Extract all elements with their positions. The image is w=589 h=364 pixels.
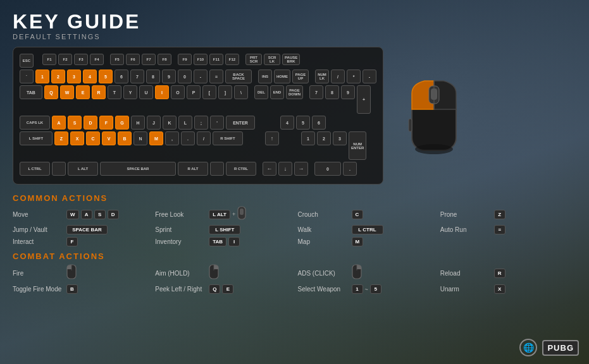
key-badge-s: S [94,210,106,219]
key-badge-1: 1 [352,284,363,294]
action-crouch-keys: C [352,210,363,219]
key-4: 4 [83,70,97,83]
action-toggle-fire-label: Toggle Fire Mode [13,286,63,293]
action-fire-label: Fire [13,270,63,277]
key-f8: F8 [158,54,171,65]
action-walk-keys: L CTRL [352,225,383,234]
action-map-keys: M [352,237,364,246]
key-badge-lalt: L ALT [209,210,230,219]
key-num4: 4 [280,116,294,130]
action-sprint-label: Sprint [155,226,206,233]
page-subtitle: DEFAULT SETTINGS [13,33,576,40]
key-u: U [139,85,153,99]
key-s: S [68,116,82,130]
action-select-weapon-keys: 1 ~ 5 [352,284,381,294]
key-w: W [60,85,74,99]
key-num6: 6 [312,116,326,130]
key-home: HOME [274,70,290,83]
key-f4: F4 [90,54,104,65]
key-equals: = [209,70,223,83]
combat-actions-grid: Fire Aim (HOLD) [13,264,576,294]
action-inventory: Inventory TAB I [155,237,291,246]
key-badge-space: SPACE BAR [66,225,108,234]
key-5: 5 [99,70,113,83]
action-fire: Fire [13,264,149,282]
key-k: K [163,116,177,130]
globe-icon[interactable]: 🌐 [519,339,537,356]
key-badge-x: X [494,284,505,294]
action-move-label: Move [13,211,63,218]
key-semicolon: ; [194,116,208,130]
key-b: B [118,131,132,145]
key-badge-a: A [81,210,92,219]
key-badge-equals: = [494,225,505,234]
key-z: Z [54,131,68,145]
key-numstar: * [347,70,361,83]
key-num5: 5 [296,116,310,130]
key-p: P [187,85,201,99]
action-interact-keys: F [66,237,78,246]
key-h: H [131,116,145,130]
action-ads-keys [352,264,362,282]
key-numminus: - [363,70,376,83]
action-inventory-label: Inventory [155,238,206,245]
key-badge-q: Q [209,284,220,294]
key-lalt: L ALT [68,162,98,176]
key-menu [210,162,224,176]
key-ins: INS [258,70,272,83]
key-f2: F2 [58,54,72,65]
key-rctrl: R CTRL [226,162,256,176]
key-f1: F1 [42,54,56,65]
key-badge-d: D [108,210,119,219]
key-num8: 8 [325,85,339,99]
key-backtick: ` [20,70,34,83]
key-2: 2 [51,70,65,83]
key-badge-m: M [352,237,364,246]
key-n: N [133,131,147,145]
action-jump-label: Jump / Vault [13,226,63,233]
key-l: L [178,116,192,130]
action-peek: Peek Left / Right Q E [155,284,291,294]
key-left: ← [263,162,276,176]
key-f: F [99,116,113,130]
action-crouch: Crouch C [298,206,434,222]
key-badge-5: 5 [370,284,381,294]
key-lbracket: [ [202,85,216,99]
key-fn [52,162,66,176]
key-numlk: NUMLK [315,70,329,83]
key-backslash: \ [234,85,248,99]
action-jump: Jump / Vault SPACE BAR [13,225,149,234]
action-freelook: Free Look L ALT + [155,206,291,222]
action-peek-label: Peek Left / Right [155,286,206,293]
action-ads-label: ADS (CLICK) [298,270,349,277]
key-num9: 9 [341,85,355,99]
mouse-left-icon [66,264,77,282]
action-unarm-label: Unarm [440,286,491,293]
key-rbracket: ] [218,85,232,99]
key-ralt: R ALT [178,162,208,176]
key-badge-w: W [66,210,79,219]
action-interact-label: Interact [13,238,63,245]
action-jump-keys: SPACE BAR [66,225,108,234]
key-comma: , [165,131,179,145]
action-sprint-keys: L SHIFT [209,225,240,234]
action-reload-label: Reload [440,270,491,277]
key-numslash: / [331,70,345,83]
key-f12: F12 [225,54,239,65]
action-move-keys: W A S D [66,210,119,219]
keyboard: ESC F1 F2 F3 F4 F5 F6 F7 F8 F9 F10 F11 F… [13,47,383,185]
key-d: D [84,116,97,130]
page-title: KEY GUIDE [13,11,576,32]
key-badge-b: B [66,284,78,294]
key-f10: F10 [194,54,208,65]
mouse-illustration [396,47,472,185]
key-7: 7 [130,70,144,83]
key-m: M [149,131,163,145]
plus-sign: + [232,211,235,217]
action-sprint: Sprint L SHIFT [155,225,291,234]
key-capslk: CAPS LK [20,116,50,130]
header: KEY GUIDE DEFAULT SETTINGS [13,11,576,40]
key-rshift: R SHIFT [213,131,243,145]
key-8: 8 [146,70,160,83]
key-badge-c: C [352,210,363,219]
